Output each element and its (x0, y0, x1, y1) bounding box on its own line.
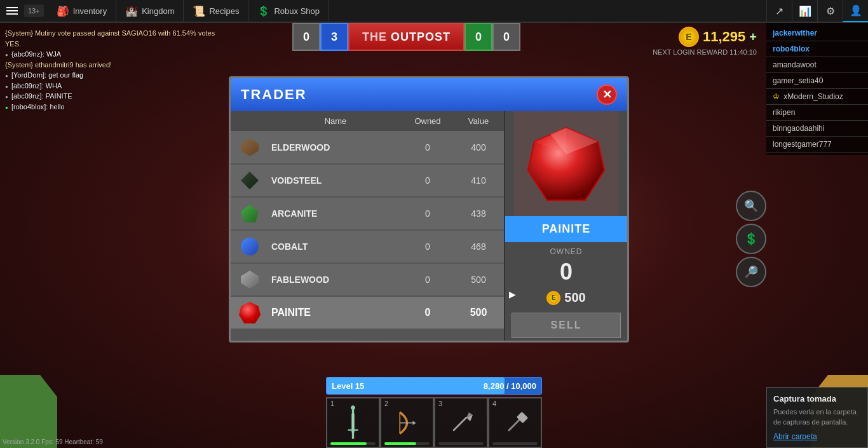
voidsteel-value: 410 (453, 175, 504, 186)
price-coin-icon: E (546, 291, 560, 305)
player-amandawoot[interactable]: amandawoot (766, 57, 868, 73)
nav-inventory[interactable]: 🎒 Inventory (48, 0, 116, 22)
hamburger-button[interactable] (0, 2, 24, 20)
trader-row-arcanite[interactable]: ARCANITE 0 438 (231, 198, 504, 231)
cobalt-value: 468 (453, 241, 504, 252)
dot-4: ● (5, 73, 8, 79)
score-right: 0 (492, 23, 520, 51)
trader-header: TRADER ✕ (231, 78, 627, 111)
player-rikipen[interactable]: rikipen (766, 105, 868, 121)
item-owned-label: OWNED (550, 247, 583, 256)
sidebar-buttons: 🔍 💲 🔎 (736, 191, 766, 287)
search-button-2[interactable]: 🔎 (736, 257, 766, 287)
nav-robux-label: Robux Shop (274, 6, 320, 16)
nav-kingdom[interactable]: 🏰 Kingdom (116, 0, 184, 22)
cobalt-icon-cell (231, 238, 269, 255)
cobalt-name: COBALT (269, 241, 402, 252)
player-name-2: robo4blox (773, 44, 810, 53)
player-robo4blox[interactable]: robo4blox (766, 41, 868, 57)
players-sidebar: jackerwither robo4blox amandawoot gamer_… (766, 23, 868, 155)
hotbar-slot-4[interactable]: 4 (488, 397, 542, 448)
settings-button[interactable]: ⚙ (817, 0, 843, 22)
elderwood-name: ELDERWOOD (269, 142, 402, 153)
painite-value: 500 (453, 307, 504, 318)
fablewood-name: FABLEWOOD (269, 275, 402, 285)
magnifier-icon: 🔍 (744, 199, 758, 213)
sword-icon (333, 402, 374, 443)
cobalt-icon (241, 238, 259, 255)
robux-icon: 💲 (257, 5, 270, 17)
price-row-wrapper: ▶ E 500 (505, 288, 627, 310)
shop-button[interactable]: 💲 (736, 224, 766, 254)
cobalt-owned: 0 (402, 241, 453, 252)
navbar-left: 13+ 🎒 Inventory 🏰 Kingdom 📜 Recipes 💲 Ro… (0, 0, 329, 22)
trader-title: TRADER (241, 86, 307, 103)
screenshot-title: Captura tomada (773, 394, 861, 404)
player-count: 13+ (24, 4, 44, 17)
col-owned-header: Owned (402, 116, 453, 126)
player-jackerwither[interactable]: jackerwither (766, 25, 868, 41)
svg-point-7 (350, 404, 356, 411)
player-binngao[interactable]: binngaodaahihi (766, 121, 868, 137)
voidsteel-icon-cell (231, 172, 269, 189)
nav-kingdom-label: Kingdom (142, 6, 174, 16)
bottom-center: Level 15 8,280 / 10,000 1 (57, 377, 811, 448)
hotbar-progress-fill-1 (330, 442, 367, 445)
xp-text: 8,280 / 10,000 (484, 381, 536, 391)
trader-modal: TRADER ✕ Name Owned Value ELDERWOOD 0 40… (229, 76, 629, 343)
nav-inventory-label: Inventory (73, 6, 107, 16)
player-xmodern[interactable]: ♔ xModern_Studioz (766, 89, 868, 105)
hotbar-progress-3 (438, 442, 484, 445)
chat-text-2: {abc09nz}: WJA (11, 50, 61, 58)
elderwood-icon (241, 139, 259, 156)
hotbar: 1 2 (326, 397, 542, 448)
player-longest[interactable]: longestgamer777 (766, 137, 868, 153)
chat-text-3: {System} ethandmitri9 has arrived! (5, 61, 112, 69)
svg-line-11 (454, 417, 466, 430)
chat-line-1: {System} Mutiny vote passed against SAGI… (5, 28, 224, 49)
trader-close-button[interactable]: ✕ (597, 85, 617, 105)
hotbar-progress-fill-2 (384, 442, 416, 445)
nav-robux-shop[interactable]: 💲 Robux Shop (248, 0, 329, 22)
sell-button[interactable]: SELL (512, 313, 621, 338)
stats-icon: 📊 (799, 5, 811, 17)
share-button[interactable]: ↗ (766, 0, 792, 22)
nav-recipes[interactable]: 📜 Recipes (184, 0, 248, 22)
hammer-icon (503, 410, 528, 435)
player-name-7: binngaodaahihi (773, 124, 824, 133)
hotbar-slot-3[interactable]: 3 (434, 397, 488, 448)
trader-row-painite[interactable]: PAINITE 0 500 (231, 297, 504, 330)
painite-icon-cell (231, 302, 269, 323)
arcanite-name: ARCANITE (269, 208, 402, 219)
player-name-5: xModern_Studioz (783, 92, 843, 101)
crown-icon: ♔ (773, 92, 780, 101)
profile-button[interactable]: 👤 (843, 0, 868, 22)
trader-row-voidsteel[interactable]: VOIDSTEEL 0 410 (231, 165, 504, 198)
bottom-bar: Level 15 8,280 / 10,000 1 (0, 375, 868, 448)
hotbar-slot-1[interactable]: 1 (326, 397, 380, 448)
chat-line-7: ● [robo4blox]: hello (5, 102, 224, 112)
player-gamer-setia[interactable]: gamer_setia40 (766, 73, 868, 89)
dot-5: ● (5, 84, 8, 90)
trader-row-elderwood[interactable]: ELDERWOOD 0 400 (231, 132, 504, 165)
item-name-button[interactable]: PAINITE (505, 216, 627, 242)
svg-line-5 (345, 414, 361, 430)
stats-button[interactable]: 📊 (792, 0, 817, 22)
hotbar-progress-2 (384, 442, 430, 445)
voidsteel-owned: 0 (402, 175, 453, 186)
chat-text-5: [abc09nz]: WHA (11, 82, 62, 90)
chat-text-6: [abc09nz]: PAINITE (11, 92, 72, 100)
svg-line-12 (509, 419, 520, 430)
search-players-button[interactable]: 🔍 (736, 191, 766, 221)
currency-add-button[interactable]: + (749, 30, 757, 44)
fablewood-icon (241, 271, 259, 288)
open-folder-link[interactable]: Abrir carpeta (773, 432, 861, 441)
trader-row-cobalt[interactable]: COBALT 0 468 (231, 231, 504, 264)
trader-row-fablewood[interactable]: FABLEWOOD 0 500 (231, 264, 504, 297)
arcanite-value: 438 (453, 208, 504, 219)
dollar-icon: 💲 (744, 232, 758, 246)
score-blue: 3 (320, 23, 348, 51)
gear-icon: ⚙ (826, 5, 835, 17)
hotbar-slot-2[interactable]: 2 (380, 397, 434, 448)
svg-marker-10 (413, 421, 416, 425)
